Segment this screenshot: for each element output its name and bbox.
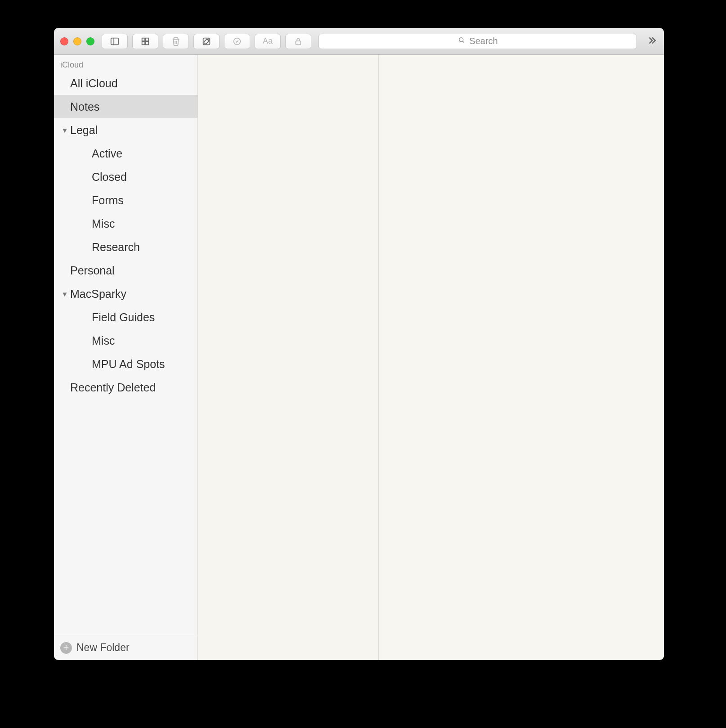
delete-note-button[interactable]: [163, 34, 189, 49]
folder-label: Forms: [92, 194, 124, 207]
folder-row[interactable]: Active: [54, 142, 197, 165]
toolbar: Aa Search: [54, 28, 664, 55]
folder-label: Misc: [92, 217, 115, 230]
sidebar-icon: [110, 36, 120, 46]
close-window-button[interactable]: [60, 37, 68, 45]
svg-point-11: [459, 38, 463, 42]
notes-list-pane: [198, 55, 379, 660]
folder-row[interactable]: Misc: [54, 212, 197, 235]
lock-note-button[interactable]: [285, 34, 311, 49]
svg-rect-4: [142, 41, 145, 44]
window-body: iCloud All iCloudNotes▼LegalActiveClosed…: [54, 55, 664, 660]
grid-icon: [140, 36, 150, 46]
folder-row[interactable]: Forms: [54, 189, 197, 212]
folder-label: Notes: [70, 100, 99, 113]
folder-label: Personal: [70, 264, 115, 277]
svg-rect-10: [296, 41, 301, 45]
svg-rect-0: [111, 38, 119, 45]
svg-rect-2: [142, 38, 145, 40]
compose-icon: [202, 36, 211, 46]
note-editor-pane: [379, 55, 664, 660]
folder-row[interactable]: ▼MacSparky: [54, 282, 197, 306]
folder-label: Field Guides: [92, 311, 155, 324]
trash-icon: [171, 36, 181, 46]
folder-row[interactable]: MPU Ad Spots: [54, 352, 197, 376]
folder-row[interactable]: Personal: [54, 259, 197, 282]
attachments-button[interactable]: [132, 34, 158, 49]
search-field[interactable]: Search: [318, 34, 637, 49]
zoom-window-button[interactable]: [86, 37, 94, 45]
folder-row[interactable]: Notes: [54, 95, 197, 118]
toolbar-overflow-button[interactable]: [646, 35, 658, 48]
folder-label: MacSparky: [70, 288, 126, 301]
new-folder-button[interactable]: + New Folder: [54, 635, 197, 660]
search-placeholder: Search: [469, 36, 497, 46]
format-button[interactable]: Aa: [255, 34, 281, 49]
disclosure-triangle-icon[interactable]: ▼: [60, 126, 69, 134]
folder-label: Active: [92, 147, 122, 160]
folder-label: Closed: [92, 171, 127, 184]
folders-sidebar: iCloud All iCloudNotes▼LegalActiveClosed…: [54, 55, 198, 660]
folder-label: Legal: [70, 124, 98, 137]
folder-label: Recently Deleted: [70, 381, 156, 394]
notes-window: Aa Search iCloud All iCloudNotes▼LegalAc…: [54, 28, 664, 660]
folder-label: MPU Ad Spots: [92, 358, 165, 371]
toggle-sidebar-button[interactable]: [102, 34, 128, 49]
text-format-icon: Aa: [263, 36, 273, 46]
svg-line-12: [463, 41, 464, 43]
folder-label: Research: [92, 241, 140, 254]
folder-row[interactable]: Misc: [54, 329, 197, 352]
new-note-button[interactable]: [193, 34, 220, 49]
svg-rect-3: [146, 38, 148, 40]
folder-row[interactable]: Closed: [54, 165, 197, 189]
folder-row[interactable]: ▼Legal: [54, 118, 197, 142]
disclosure-triangle-icon[interactable]: ▼: [60, 290, 69, 298]
plus-circle-icon: +: [60, 642, 72, 654]
lock-icon: [293, 36, 303, 46]
svg-rect-5: [146, 41, 148, 44]
folder-row[interactable]: Research: [54, 235, 197, 259]
search-icon: [457, 36, 466, 46]
folder-row[interactable]: Recently Deleted: [54, 376, 197, 399]
chevrons-right-icon: [646, 40, 658, 48]
window-controls: [60, 37, 94, 45]
checklist-button[interactable]: [224, 34, 250, 49]
folder-row[interactable]: All iCloud: [54, 72, 197, 95]
folder-label: Misc: [92, 334, 115, 347]
new-folder-label: New Folder: [76, 642, 130, 654]
minimize-window-button[interactable]: [73, 37, 81, 45]
folder-row[interactable]: Field Guides: [54, 306, 197, 329]
checklist-icon: [232, 36, 242, 46]
section-header-icloud: iCloud: [54, 58, 197, 72]
folders-list: iCloud All iCloudNotes▼LegalActiveClosed…: [54, 55, 197, 635]
folder-label: All iCloud: [70, 77, 118, 90]
